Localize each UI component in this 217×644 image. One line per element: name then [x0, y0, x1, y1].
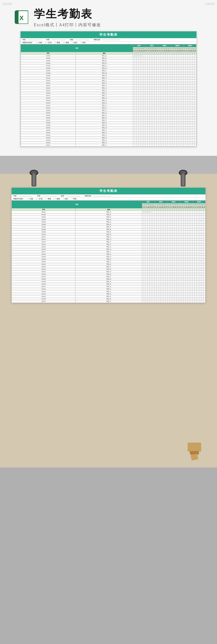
- table-row: 1021012学生_12: [21, 82, 196, 84]
- table-row: 1021037学生_37: [21, 144, 196, 146]
- table-row: 1021029学生_29: [12, 280, 205, 283]
- table-row: 1021002学生_02: [21, 57, 196, 60]
- table-row: 1021031学生_31: [12, 286, 205, 288]
- table-row: 1021028学生_28: [12, 278, 205, 280]
- watermark-left: 创建易图: [2, 2, 12, 6]
- table-row: 1021008学生_08: [21, 72, 196, 74]
- table-row: 1021016学生_16: [12, 248, 205, 251]
- table-row: 1021005学生_05: [12, 221, 205, 223]
- table-row: 1021027学生_27: [12, 276, 205, 278]
- class-field: 班级：: [70, 38, 89, 41]
- table-row: 1021021学生_21: [21, 104, 196, 107]
- table-row: 1021017学生_17: [21, 94, 196, 97]
- svg-rect-12: [188, 442, 201, 452]
- subtitle: Excel格式丨A4打印丨内容可修改: [34, 22, 101, 28]
- table-row: 1021003学生_03: [12, 216, 205, 218]
- table-row: 1021019学生_19: [21, 99, 196, 102]
- table-row: 1021011学生_11: [21, 80, 196, 82]
- table-row: 1021033学生_33: [21, 134, 196, 136]
- table-row: 1021014学生_14: [12, 243, 205, 246]
- table-row: 1021016学生_16: [21, 92, 196, 94]
- table-row: 1021035学生_35: [21, 139, 196, 142]
- table-row: 1021013学生_13: [21, 84, 196, 87]
- table-row: 1021004学生_04: [21, 62, 196, 64]
- table-row: 1021025学生_25: [12, 270, 205, 273]
- table-row: 1021018学生_18: [21, 97, 196, 99]
- svg-text:X: X: [20, 14, 24, 22]
- table-row: 1021012学生_12: [12, 238, 205, 241]
- clip-right: [176, 169, 190, 190]
- table-row: 1021022学生_22: [12, 263, 205, 266]
- clip-left: [27, 169, 41, 190]
- attendance-table-bottom: 基础星期一星期二星期三星期四星期五12345671234567123456712…: [12, 200, 205, 303]
- table-row: 1021015学生_15: [12, 246, 205, 248]
- table-row: 1021009学生_09: [21, 74, 196, 77]
- table-row: 1021013学生_13: [12, 241, 205, 243]
- table-row: 1021028学生_28: [21, 122, 196, 124]
- bottom-section: 学生考勤表 学校： 学期： 班级： 考勤日期： 考勤符号说明： √ 一出勤 △ …: [0, 174, 217, 468]
- table-row: 1021002学生_02: [12, 214, 205, 216]
- table-row: 1021035学生_35: [12, 295, 205, 298]
- table-row: 1021027学生_27: [21, 119, 196, 122]
- header-area: X 学生考勤表 Excel格式丨A4打印丨内容可修改: [14, 7, 203, 28]
- table-row: 1021004学生_04: [12, 218, 205, 221]
- table-row: 1021009学生_09: [12, 231, 205, 233]
- table-row: 1021036学生_36: [21, 142, 196, 144]
- table-row: 1021024学生_24: [12, 268, 205, 270]
- table-row: 1021026学生_26: [12, 273, 205, 276]
- svg-rect-14: [190, 454, 198, 461]
- legend-row-bottom: 考勤符号说明： √ 一出勤 △ 一矿课 ○ 一事假 □ 一病假 / 一迟到 / …: [12, 198, 205, 200]
- sheet-preview-top: 学生考勤表 学校： 学期： 班级： 考勤日期： 考勤符号说明： √ 一出勤 △ …: [20, 31, 197, 147]
- top-section: 创建易图 创建易图 X 学生考勤表 Excel格式丨A4打印丨内容可修改 学生考…: [0, 0, 217, 156]
- table-row: 1021003学生_03: [21, 60, 196, 62]
- stamp: [185, 442, 203, 461]
- table-row: 1021006学生_06: [12, 223, 205, 226]
- grade-field-b: 学期：: [37, 195, 56, 197]
- table-row: 1021030学生_30: [21, 127, 196, 129]
- table-row: 1021034学生_34: [21, 136, 196, 139]
- table-row: 1021011学生_11: [12, 236, 205, 238]
- table-row: 1021018学生_18: [12, 253, 205, 256]
- info-row: 学校： 学期： 班级： 考勤日期：: [21, 38, 196, 42]
- table-row: 1021022学生_22: [21, 107, 196, 109]
- sheet-preview-bottom: 学生考勤表 学校： 学期： 班级： 考勤日期： 考勤符号说明： √ 一出勤 △ …: [11, 188, 206, 303]
- table-row: 1021020学生_20: [21, 102, 196, 104]
- table-row: 1021026学生_26: [21, 117, 196, 119]
- info-row-bottom: 学校： 学期： 班级： 考勤日期：: [12, 194, 205, 198]
- table-row: 1021037学生_37: [12, 300, 205, 303]
- table-row: 1021020学生_20: [12, 258, 205, 260]
- table-row: 1021025学生_25: [21, 114, 196, 117]
- main-title: 学生考勤表: [34, 7, 101, 21]
- table-row: 1021031学生_31: [21, 129, 196, 132]
- table-row: 1021007学生_07: [21, 70, 196, 72]
- table-row: 1021001学生_01√√√√√: [21, 55, 196, 57]
- school-field: 学校：: [22, 38, 42, 41]
- table-row: 1021036学生_36: [12, 298, 205, 300]
- table-row: 1021029学生_29: [21, 124, 196, 127]
- table-row: 1021032学生_32: [21, 132, 196, 134]
- table-row: 1021005学生_05: [21, 64, 196, 67]
- table-row: 1021007学生_07: [12, 226, 205, 228]
- table-row: 1021017学生_17: [12, 251, 205, 253]
- table-row: 1021010学生_10: [21, 77, 196, 80]
- table-row: 1021010学生_10: [12, 233, 205, 236]
- table-row: 1021034学生_34: [12, 293, 205, 295]
- watermark-right: 创建易图: [205, 2, 215, 6]
- svg-rect-11: [182, 174, 184, 186]
- table-row: 1021021学生_21: [12, 260, 205, 263]
- grade-field: 学期：: [46, 38, 65, 41]
- sheet-title: 学生考勤表: [21, 32, 196, 38]
- svg-rect-13: [190, 451, 199, 454]
- title-block: 学生考勤表 Excel格式丨A4打印丨内容可修改: [34, 7, 101, 28]
- table-row: 1021023学生_23: [21, 109, 196, 112]
- table-row: 1021024学生_24: [21, 112, 196, 114]
- table-row: 1021019学生_19: [12, 256, 205, 258]
- table-row: 1021033学生_33: [12, 290, 205, 293]
- excel-icon: X: [14, 9, 29, 25]
- table-row: 1021023学生_23: [12, 266, 205, 268]
- table-row: 1021014学生_14: [21, 87, 196, 90]
- table-row: 1021006学生_06: [21, 67, 196, 70]
- date-field: 考勤日期：: [94, 38, 120, 41]
- date-field-b: 考勤日期：: [85, 195, 111, 197]
- table-row: 1021032学生_32: [12, 288, 205, 290]
